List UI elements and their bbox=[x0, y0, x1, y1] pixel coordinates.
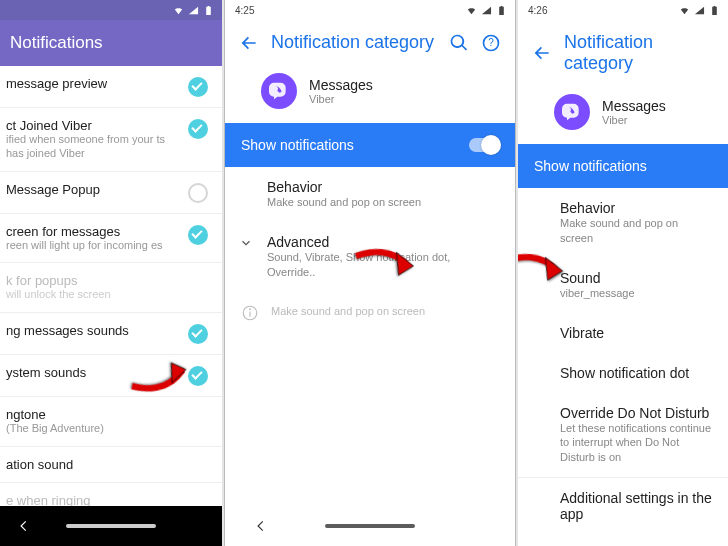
status-time: 4:25 bbox=[233, 5, 254, 16]
toggle-on-icon[interactable] bbox=[469, 138, 499, 152]
checkbox-checked-icon[interactable] bbox=[188, 119, 208, 139]
android-navbar bbox=[225, 506, 515, 546]
show-notifications-row[interactable]: Show notifications bbox=[518, 144, 728, 188]
show-notifications-label: Show notifications bbox=[534, 158, 647, 174]
pref-title: ystem sounds bbox=[6, 365, 180, 380]
checkbox-checked-icon[interactable] bbox=[188, 324, 208, 344]
app-name: Messages bbox=[602, 98, 666, 114]
android-navbar bbox=[0, 506, 222, 546]
row-sub: Make sound and pop on screen bbox=[267, 195, 499, 210]
pref-title: message preview bbox=[6, 76, 180, 91]
pref-system-sounds[interactable]: ystem sounds bbox=[0, 355, 222, 397]
header-title: Notification category bbox=[271, 32, 437, 53]
behavior-row[interactable]: Behavior Make sound and pop on screen bbox=[518, 188, 728, 258]
nav-back-icon[interactable] bbox=[254, 519, 268, 533]
settings-header: Notification category ? bbox=[225, 20, 515, 65]
behavior-row[interactable]: Behavior Make sound and pop on screen bbox=[225, 167, 515, 222]
override-dnd-row[interactable]: Override Do Not Disturb Let these notifi… bbox=[518, 393, 728, 478]
row-title: Behavior bbox=[267, 179, 499, 195]
pref-sub: will unlock the screen bbox=[6, 288, 208, 302]
appbar-title: Notifications bbox=[10, 33, 103, 53]
back-arrow-icon[interactable] bbox=[239, 33, 259, 53]
pref-sub: reen will light up for incoming es bbox=[6, 239, 180, 253]
pref-message-preview[interactable]: message preview bbox=[0, 66, 222, 108]
show-notifications-label: Show notifications bbox=[241, 137, 354, 153]
chevron-down-icon bbox=[239, 236, 253, 250]
screenshot-notif-category-collapsed: 4:25 Notification category ? Messages Vi… bbox=[224, 0, 516, 546]
status-time: 4:26 bbox=[526, 5, 547, 16]
viber-app-icon bbox=[261, 73, 297, 109]
app-name: Messages bbox=[309, 77, 373, 93]
row-sub: Let these notifications continue to inte… bbox=[560, 421, 712, 466]
nav-home-pill[interactable] bbox=[325, 524, 415, 528]
status-bar: 4:26 bbox=[518, 0, 728, 20]
wifi-icon bbox=[679, 5, 690, 16]
back-arrow-icon[interactable] bbox=[532, 43, 552, 63]
pref-title: ct Joined Viber bbox=[6, 118, 180, 133]
status-bar bbox=[0, 0, 222, 20]
app-identity-row[interactable]: Messages Viber bbox=[225, 65, 515, 123]
signal-icon bbox=[188, 5, 199, 16]
pref-contact-joined[interactable]: ct Joined Viber ified when someone from … bbox=[0, 108, 222, 172]
pref-light-screen[interactable]: creen for messages reen will light up fo… bbox=[0, 214, 222, 264]
vibrate-row[interactable]: Vibrate bbox=[518, 313, 728, 353]
nav-back-icon[interactable] bbox=[17, 519, 31, 533]
checkbox-checked-icon[interactable] bbox=[188, 225, 208, 245]
battery-icon bbox=[203, 5, 214, 16]
header-title: Notification category bbox=[564, 32, 714, 74]
signal-icon bbox=[694, 5, 705, 16]
row-title: Vibrate bbox=[560, 325, 712, 341]
info-text: Make sound and pop on screen bbox=[271, 304, 425, 322]
checkbox-checked-icon[interactable] bbox=[188, 366, 208, 386]
pref-notification-sound[interactable]: ation sound bbox=[0, 447, 222, 483]
nav-home-pill[interactable] bbox=[66, 524, 156, 528]
row-title: Show notification dot bbox=[560, 365, 712, 381]
search-icon[interactable] bbox=[449, 33, 469, 53]
status-bar: 4:25 bbox=[225, 0, 515, 20]
settings-header: Notification category bbox=[518, 20, 728, 86]
wifi-icon bbox=[173, 5, 184, 16]
screenshot-notif-category-expanded: 4:26 Notification category Messages Vibe… bbox=[518, 0, 728, 546]
row-sub: Make sound and pop on screen bbox=[560, 216, 712, 246]
app-publisher: Viber bbox=[309, 93, 373, 105]
row-title: Behavior bbox=[560, 200, 712, 216]
screenshot-viber-settings: Notifications message preview ct Joined … bbox=[0, 0, 222, 546]
info-hint-row: Make sound and pop on screen bbox=[518, 534, 728, 546]
checkbox-checked-icon[interactable] bbox=[188, 77, 208, 97]
row-title: Additional settings in the app bbox=[560, 490, 712, 522]
wifi-icon bbox=[466, 5, 477, 16]
sound-row[interactable]: Sound viber_message bbox=[518, 258, 728, 313]
app-publisher: Viber bbox=[602, 114, 666, 126]
svg-text:?: ? bbox=[488, 37, 494, 48]
battery-icon bbox=[496, 5, 507, 16]
viber-app-icon bbox=[554, 94, 590, 130]
row-title: Override Do Not Disturb bbox=[560, 405, 712, 421]
pref-title: creen for messages bbox=[6, 224, 180, 239]
pref-unlock-popups: k for popups will unlock the screen bbox=[0, 263, 222, 313]
viber-appbar: Notifications bbox=[0, 20, 222, 66]
row-sub: viber_message bbox=[560, 286, 712, 301]
info-hint-row: Make sound and pop on screen bbox=[225, 292, 515, 334]
pref-outgoing-sounds[interactable]: ng messages sounds bbox=[0, 313, 222, 355]
row-sub: Sound, Vibrate, Show notification dot, O… bbox=[267, 250, 499, 280]
notification-dot-row[interactable]: Show notification dot bbox=[518, 353, 728, 393]
show-notifications-row[interactable]: Show notifications bbox=[225, 123, 515, 167]
pref-ringtone[interactable]: ngtone (The Big Adventure) bbox=[0, 397, 222, 447]
pref-title: Message Popup bbox=[6, 182, 180, 197]
pref-title: ation sound bbox=[6, 457, 208, 472]
app-identity-row[interactable]: Messages Viber bbox=[518, 86, 728, 144]
additional-settings-row[interactable]: Additional settings in the app bbox=[518, 477, 728, 534]
pref-message-popup[interactable]: Message Popup bbox=[0, 172, 222, 214]
row-title: Sound bbox=[560, 270, 712, 286]
pref-sub: (The Big Adventure) bbox=[6, 422, 208, 436]
row-title: Advanced bbox=[267, 234, 499, 250]
help-icon[interactable]: ? bbox=[481, 33, 501, 53]
signal-icon bbox=[481, 5, 492, 16]
pref-title: k for popups bbox=[6, 273, 208, 288]
pref-title: ngtone bbox=[6, 407, 208, 422]
battery-icon bbox=[709, 5, 720, 16]
advanced-row[interactable]: Advanced Sound, Vibrate, Show notificati… bbox=[225, 222, 515, 292]
checkbox-unchecked-icon[interactable] bbox=[188, 183, 208, 203]
info-icon bbox=[241, 304, 259, 322]
pref-sub: ified when someone from your ts has join… bbox=[6, 133, 180, 161]
